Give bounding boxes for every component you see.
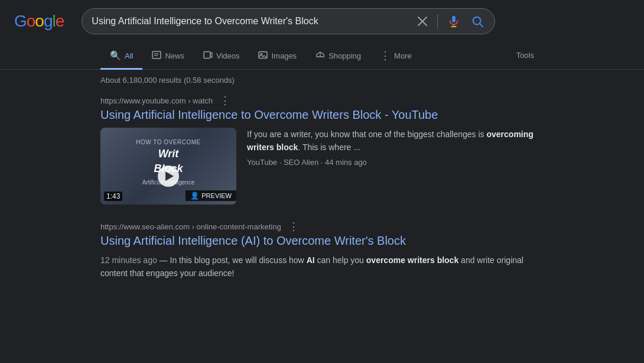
video-result: HOW TO OVERCOME WritBlock Artificial Int…	[100, 128, 544, 205]
result-title[interactable]: Using Artificial Intelligence (AI) to Ov…	[100, 234, 544, 248]
search-icons	[416, 14, 485, 29]
result-url-row: https://www.youtube.com › watch ⋮	[100, 95, 544, 106]
search-bar[interactable]	[82, 8, 495, 34]
result-menu-button[interactable]: ⋮	[217, 95, 233, 106]
thumbnail-how-to: HOW TO OVERCOME	[106, 138, 230, 147]
news-tab-icon	[152, 51, 161, 61]
results-count: About 6,180,000 results (0.58 seconds)	[100, 76, 544, 85]
tab-more-label: More	[394, 51, 412, 60]
duration-badge: 1:43	[104, 192, 122, 201]
svg-line-4	[480, 24, 483, 27]
video-thumbnail[interactable]: HOW TO OVERCOME WritBlock Artificial Int…	[100, 128, 236, 205]
close-icon	[417, 16, 428, 27]
result-url: https://www.seo-alien.com › online-conte…	[100, 222, 281, 231]
logo-letter-o1: o	[27, 12, 35, 30]
tab-shopping[interactable]: Shopping	[306, 44, 370, 70]
result-title[interactable]: Using Artificial Intelligence to Overcom…	[100, 108, 544, 122]
result-meta: YouTube · SEO Alien · 44 mins ago	[247, 158, 544, 167]
tab-videos[interactable]: Videos	[194, 44, 249, 70]
tab-images[interactable]: Images	[249, 44, 306, 70]
svg-rect-5	[152, 51, 161, 59]
result-domain: https://www.seo-alien.com	[100, 222, 190, 231]
shopping-tab-icon	[316, 51, 325, 61]
video-info: If you are a writer, you know that one o…	[247, 128, 544, 167]
tab-news[interactable]: News	[142, 44, 194, 70]
preview-badge: 👤 PREVIEW	[186, 190, 236, 201]
videos-tab-icon	[203, 51, 213, 61]
logo-letter-e: e	[56, 12, 64, 30]
images-tab-icon	[258, 51, 268, 61]
microphone-icon	[447, 15, 460, 28]
header: Google	[0, 0, 644, 43]
result-snippet: 12 minutes ago — In this blog post, we w…	[100, 254, 544, 280]
voice-search-button[interactable]	[446, 14, 461, 29]
preview-person-icon: 👤	[190, 192, 199, 200]
result-path: › watch	[188, 96, 213, 105]
tab-news-label: News	[165, 51, 184, 60]
tab-all-label: All	[125, 51, 133, 60]
svg-rect-2	[453, 16, 456, 22]
svg-rect-8	[204, 51, 210, 58]
clear-button[interactable]	[416, 15, 429, 28]
result-item: https://www.seo-alien.com › online-conte…	[100, 221, 544, 280]
play-button[interactable]	[158, 166, 179, 187]
play-triangle-icon	[165, 171, 174, 181]
more-tab-icon: ⋮	[380, 50, 391, 61]
tab-more[interactable]: ⋮ More	[370, 43, 421, 70]
tab-shopping-label: Shopping	[328, 51, 361, 60]
logo-letter-o2: o	[35, 12, 44, 30]
tab-all[interactable]: 🔍 All	[100, 43, 142, 70]
result-menu-button[interactable]: ⋮	[286, 221, 301, 232]
google-logo[interactable]: Google	[14, 12, 64, 31]
svg-point-10	[261, 53, 262, 55]
search-tab-icon: 🔍	[110, 50, 121, 61]
result-domain: https://www.youtube.com	[100, 96, 186, 105]
logo-letter-g2: g	[44, 12, 53, 30]
divider	[437, 14, 438, 28]
tab-videos-label: Videos	[216, 51, 240, 60]
results-area: About 6,180,000 results (0.58 seconds) h…	[0, 70, 644, 309]
result-path: › online-content-marketing	[192, 222, 281, 231]
search-input[interactable]	[92, 16, 410, 27]
time-ago: 12 minutes ago	[100, 255, 157, 265]
result-snippet: If you are a writer, you know that one o…	[247, 128, 544, 154]
tools-button[interactable]: Tools	[507, 44, 544, 69]
nav-tabs: 🔍 All News Videos Images Shopping ⋮ More…	[0, 43, 644, 70]
preview-label: PREVIEW	[201, 192, 232, 199]
result-url-row: https://www.seo-alien.com › online-conte…	[100, 221, 544, 232]
logo-letter-g: G	[14, 12, 27, 30]
result-url: https://www.youtube.com › watch	[100, 96, 213, 105]
search-by-image-button[interactable]	[470, 14, 485, 29]
search-icon	[471, 15, 484, 28]
tab-images-label: Images	[271, 51, 297, 60]
result-item: https://www.youtube.com › watch ⋮ Using …	[100, 95, 544, 205]
